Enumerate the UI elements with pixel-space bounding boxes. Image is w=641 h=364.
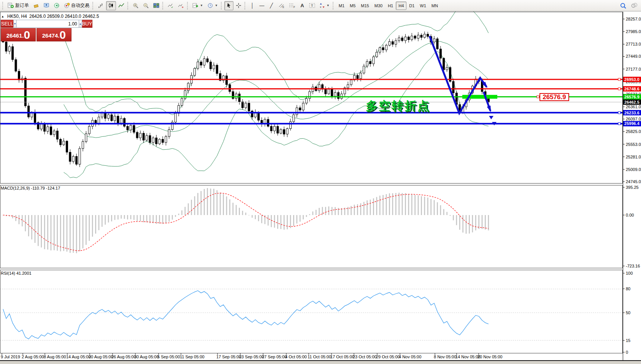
- bar-chart-button[interactable]: [96, 1, 106, 10]
- volume-input[interactable]: [17, 20, 79, 28]
- svg-text:25996.4: 25996.4: [624, 121, 640, 126]
- toolbar-grip: [127, 2, 129, 9]
- auto-scroll-button[interactable]: [166, 1, 176, 10]
- svg-text:2 Aug 05:00: 2 Aug 05:00: [22, 355, 44, 359]
- timeframe-MN[interactable]: MN: [429, 2, 441, 10]
- svg-text:26462.5: 26462.5: [624, 100, 639, 104]
- fibonacci-button[interactable]: F: [287, 1, 297, 10]
- symbol-ohlc: 26426.0 26509.0 26410.0 26462.5: [29, 14, 99, 19]
- chart-shift-icon: [178, 3, 184, 8]
- zoom-out-button[interactable]: [141, 1, 151, 10]
- macd-indicator-label: MACD(12,26,9) -110.79 -124.17: [1, 186, 60, 190]
- text-button[interactable]: A: [298, 1, 307, 10]
- date-axis: 9 Jul 20192 Aug 05:008 Aug 05:0014 Aug 0…: [1, 353, 502, 359]
- svg-text:11 Oct 05:00: 11 Oct 05:00: [308, 355, 331, 359]
- chart-shift-button[interactable]: [176, 1, 186, 10]
- svg-text:E: E: [282, 6, 284, 8]
- trendline-icon: ╱: [270, 3, 273, 8]
- text-label-button[interactable]: T: [307, 1, 317, 10]
- svg-text:9 Jul 2019: 9 Jul 2019: [1, 355, 20, 359]
- channel-button[interactable]: E: [276, 1, 287, 10]
- new-order-button[interactable]: 新订单: [6, 1, 31, 10]
- svg-text:4 Oct 05:00: 4 Oct 05:00: [285, 355, 307, 359]
- price-callout-26576: 26576.9: [539, 93, 569, 101]
- autotrading-button[interactable]: 自动交易: [62, 1, 91, 10]
- triangle-down-icon: ▼: [14, 22, 16, 25]
- signals-icon: [54, 3, 60, 8]
- new-order-icon: [8, 3, 14, 8]
- crosshair-button[interactable]: [234, 1, 243, 10]
- line-endpoint-marker: [618, 78, 620, 81]
- collapse-one-click-icon[interactable]: ▲: [1, 15, 4, 18]
- svg-text:30 Aug 05:00: 30 Aug 05:00: [134, 355, 159, 359]
- candlestick-button[interactable]: [106, 1, 116, 10]
- svg-text:100: 100: [626, 271, 633, 275]
- timeframe-W1[interactable]: W1: [417, 2, 429, 10]
- svg-text:23 Oct 05:00: 23 Oct 05:00: [353, 355, 377, 359]
- timeframe-M15[interactable]: M15: [358, 2, 371, 10]
- vertical-line-button[interactable]: │: [248, 1, 257, 10]
- timeframe-H4[interactable]: H4: [396, 2, 406, 10]
- svg-text:25009.0: 25009.0: [626, 167, 641, 172]
- clock-icon: [207, 3, 213, 8]
- macd-histogram: [3, 188, 489, 253]
- timeframe-H1[interactable]: H1: [385, 2, 396, 10]
- horizontal-line-button[interactable]: —: [257, 1, 267, 10]
- search-button[interactable]: [618, 1, 628, 10]
- signals-button[interactable]: [52, 1, 62, 10]
- cursor-button[interactable]: [224, 1, 233, 10]
- svg-text:27177.0: 27177.0: [626, 67, 641, 71]
- svg-text:15: 15: [626, 338, 630, 343]
- toolbar-grip: [187, 2, 189, 9]
- toolbar-grip: [162, 2, 164, 9]
- svg-text:23 Sep 05:00: 23 Sep 05:00: [239, 355, 264, 359]
- timeframe-toolbar: M1M5M15M30H1H4D1W1MN: [336, 2, 441, 10]
- terminal-button[interactable]: [41, 1, 51, 10]
- svg-text:50: 50: [626, 310, 630, 315]
- sell-price-button[interactable]: 26461.0: [1, 28, 36, 41]
- symbol-header: ▲ HK50, H4 26426.0 26509.0 26410.0 26462…: [1, 14, 99, 19]
- svg-text:26361.0: 26361.0: [626, 104, 641, 109]
- zoom-in-button[interactable]: [131, 1, 141, 10]
- svg-text:24745.0: 24745.0: [626, 179, 641, 184]
- sell-button[interactable]: SELL: [1, 20, 13, 28]
- svg-text:25553.0: 25553.0: [626, 142, 641, 147]
- user-terminal-icon: [43, 3, 49, 8]
- timeframe-M1[interactable]: M1: [336, 2, 347, 10]
- timeframe-D1[interactable]: D1: [406, 2, 417, 10]
- chart-canvas[interactable]: 28257.027985.027713.027449.027177.026905…: [0, 0, 641, 364]
- trendline-button[interactable]: ╱: [267, 1, 276, 10]
- timeframe-M30[interactable]: M30: [372, 2, 385, 10]
- one-click-trading-panel: SELL ▼ ▲ BUY 26461.0 26474.0: [1, 20, 71, 41]
- buy-price-button[interactable]: 26474.0: [36, 28, 71, 41]
- periods-button[interactable]: ▼: [205, 1, 220, 10]
- tile-windows-button[interactable]: [151, 1, 161, 10]
- svg-text:27713.0: 27713.0: [626, 42, 641, 46]
- timeframe-M5[interactable]: M5: [347, 2, 358, 10]
- svg-text:20 Nov 05:00: 20 Nov 05:00: [478, 355, 502, 359]
- horizontal-line-icon: —: [259, 3, 264, 8]
- callout-connector-marker: [537, 96, 539, 98]
- svg-text:26748.6: 26748.6: [624, 87, 639, 91]
- fibonacci-icon: F: [289, 3, 295, 8]
- svg-text:17 Oct 05:00: 17 Oct 05:00: [330, 355, 354, 359]
- autotrading-label: 自动交易: [71, 2, 89, 9]
- line-chart-button[interactable]: [116, 1, 126, 10]
- bottom-scroll-strip[interactable]: [0, 361, 641, 364]
- zoom-out-icon: [143, 3, 149, 8]
- rsi-indicator-label: RSI(14) 41.2001: [1, 271, 32, 275]
- gold-button[interactable]: [31, 1, 41, 10]
- ohlc-bars-icon: [98, 3, 104, 8]
- buy-button[interactable]: BUY: [82, 20, 93, 28]
- indicators-button[interactable]: ▼: [190, 1, 205, 10]
- svg-text:5 Sep 05:00: 5 Sep 05:00: [157, 355, 180, 359]
- arrows-button[interactable]: ▼: [317, 1, 332, 10]
- volume-increase-button[interactable]: ▲: [79, 20, 82, 28]
- symbol-search-button[interactable]: [629, 1, 639, 10]
- line-endpoint-marker: [618, 88, 620, 90]
- volume-decrease-button[interactable]: ▼: [13, 20, 17, 28]
- symbol-name: HK50, H4: [7, 14, 27, 19]
- svg-text:-723.16: -723.16: [626, 264, 640, 268]
- svg-text:8 Nov 05:00: 8 Nov 05:00: [434, 355, 456, 359]
- panel-frames: [0, 12, 641, 361]
